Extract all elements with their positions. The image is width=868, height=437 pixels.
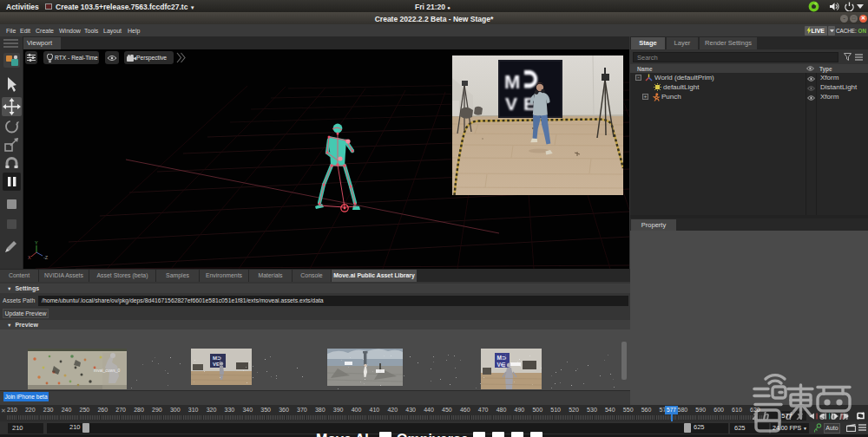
svg-text:V: V [505, 94, 517, 114]
svg-text:d: d [786, 410, 792, 422]
svg-text:VE: VE [213, 362, 220, 367]
svg-text:Y: Y [35, 240, 38, 245]
svg-text:x: x [796, 410, 804, 422]
svg-text:X: X [28, 255, 31, 260]
svg-text:m: m [839, 410, 849, 422]
svg-text:o: o [831, 410, 837, 422]
svg-text:V∈: V∈ [497, 362, 506, 368]
svg-text:z: z [752, 410, 758, 422]
svg-text:h: h [763, 410, 769, 422]
svg-text:M⊃: M⊃ [497, 355, 507, 361]
svg-text:M: M [504, 71, 520, 93]
svg-text:c: c [819, 410, 825, 422]
svg-text:M⊃: M⊃ [213, 355, 221, 361]
svg-text:-Z: -Z [43, 255, 49, 260]
